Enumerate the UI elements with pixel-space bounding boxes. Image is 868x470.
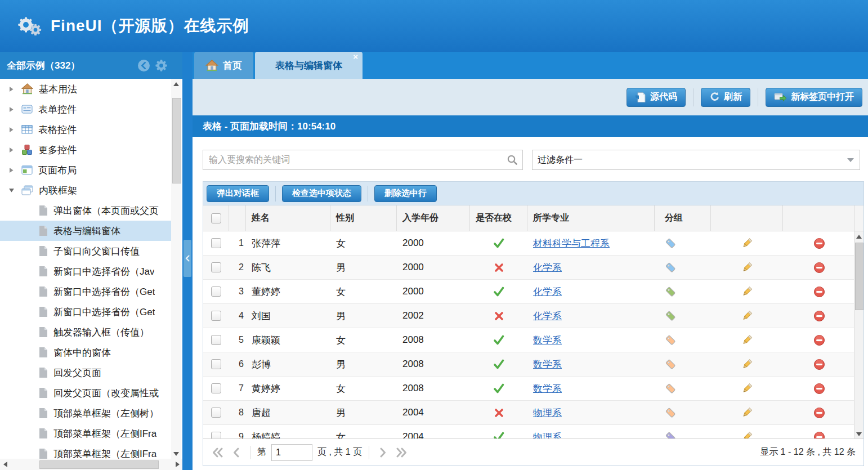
sidebar-splitter[interactable] [182, 52, 193, 470]
source-code-button[interactable]: 源代码 [627, 88, 686, 107]
scroll-down-icon[interactable] [854, 429, 863, 439]
major-link[interactable]: 材料科学与工程系 [533, 237, 610, 250]
row-select-cell[interactable] [203, 280, 229, 303]
tree-item[interactable]: 表单控件 [0, 99, 171, 119]
tag-icon[interactable] [655, 256, 711, 279]
tree-item[interactable]: 回发父页面（改变属性或 [0, 383, 171, 403]
delete-icon[interactable] [783, 304, 855, 328]
tag-icon[interactable] [655, 352, 711, 376]
select-all-checkbox[interactable] [211, 213, 221, 223]
tag-icon[interactable] [655, 328, 711, 352]
delete-icon[interactable] [783, 377, 855, 400]
row-checkbox[interactable] [211, 408, 221, 418]
last-page-button[interactable] [395, 446, 408, 459]
tag-icon[interactable] [655, 231, 711, 255]
delete-icon[interactable] [783, 231, 855, 255]
major-link[interactable]: 化学系 [533, 285, 562, 298]
tree-item[interactable]: 弹出窗体（本页面或父页 [0, 200, 171, 221]
tab[interactable]: 表格与编辑窗体× [255, 52, 363, 79]
scroll-down-icon[interactable] [171, 449, 181, 459]
scroll-left-icon[interactable] [0, 459, 10, 470]
tag-icon[interactable] [655, 280, 711, 303]
major-link[interactable]: 数学系 [533, 358, 562, 371]
sidebar-hscroll-thumb[interactable] [39, 460, 159, 469]
tree-expand-arrow-icon[interactable] [8, 127, 15, 133]
row-checkbox[interactable] [211, 383, 221, 393]
major-link[interactable]: 数学系 [533, 334, 562, 347]
tree-item[interactable]: 表格控件 [0, 119, 171, 140]
major-link[interactable]: 物理系 [533, 406, 562, 419]
major-link[interactable]: 化学系 [533, 310, 562, 323]
refresh-button[interactable]: 刷新 [701, 88, 750, 107]
tree-expand-arrow-icon[interactable] [8, 167, 15, 173]
tag-icon[interactable] [655, 425, 711, 439]
row-select-cell[interactable] [203, 304, 229, 328]
tree-expand-arrow-icon[interactable] [8, 106, 15, 113]
tag-icon[interactable] [655, 304, 711, 328]
grid-action-button[interactable]: 弹出对话框 [207, 185, 269, 202]
scroll-up-icon[interactable] [171, 79, 181, 89]
tab[interactable]: 首页 [194, 52, 253, 79]
table-vertical-scrollbar[interactable] [854, 231, 863, 439]
search-icon[interactable] [507, 154, 518, 168]
row-select-cell[interactable] [203, 377, 229, 400]
row-checkbox[interactable] [211, 262, 221, 272]
delete-icon[interactable] [783, 401, 855, 424]
tree-item[interactable]: 顶部菜单框架（左侧树） [0, 403, 171, 423]
edit-pencil-icon[interactable] [711, 401, 783, 424]
delete-icon[interactable] [783, 328, 855, 352]
tree-item[interactable]: 新窗口中选择省份（Get [0, 281, 171, 302]
tag-icon[interactable] [655, 377, 711, 400]
filter-dropdown[interactable]: 过滤条件一 [532, 150, 860, 170]
row-select-cell[interactable] [203, 328, 229, 352]
tree-expand-arrow-icon[interactable] [8, 147, 15, 153]
tree-expand-arrow-icon[interactable] [8, 86, 15, 92]
tag-icon[interactable] [655, 401, 711, 424]
row-checkbox[interactable] [211, 359, 221, 369]
tree-item[interactable]: 回发父页面 [0, 362, 171, 383]
open-new-tab-button[interactable]: 新标签页中打开 [766, 88, 862, 107]
search-input[interactable] [208, 150, 503, 169]
tree-item[interactable]: 新窗口中选择省份（Get [0, 302, 171, 322]
row-select-cell[interactable] [203, 256, 229, 279]
select-all-header-cell[interactable] [203, 205, 229, 231]
major-link[interactable]: 数学系 [533, 382, 562, 395]
sidebar-horizontal-scrollbar[interactable] [0, 459, 182, 470]
tree-item[interactable]: 触发器输入框（传值） [0, 322, 171, 342]
table-vscroll-thumb[interactable] [855, 243, 863, 310]
major-link[interactable]: 化学系 [533, 261, 562, 274]
prev-page-button[interactable] [230, 446, 243, 459]
first-page-button[interactable] [211, 446, 225, 459]
row-checkbox[interactable] [211, 238, 221, 248]
edit-pencil-icon[interactable] [711, 377, 783, 400]
splitter-collapse-handle[interactable] [184, 240, 191, 277]
scroll-up-icon[interactable] [854, 231, 863, 241]
tree-item[interactable]: 基本用法 [0, 79, 171, 99]
tree-collapse-arrow-icon[interactable] [8, 187, 15, 193]
tree-item[interactable]: 顶部菜单框架（左侧IFra [0, 423, 171, 444]
edit-pencil-icon[interactable] [711, 352, 783, 376]
edit-pencil-icon[interactable] [711, 231, 783, 255]
sidebar-vscroll-thumb[interactable] [172, 98, 181, 183]
sidebar-collapse-icon[interactable] [137, 59, 150, 72]
tree-item[interactable]: 子窗口向父窗口传值 [0, 241, 171, 261]
tree-item[interactable]: 新窗口中选择省份（Jav [0, 261, 171, 281]
major-link[interactable]: 物理系 [533, 431, 562, 440]
next-page-button[interactable] [376, 446, 390, 459]
row-select-cell[interactable] [203, 231, 229, 255]
page-number-input[interactable] [271, 444, 312, 461]
row-select-cell[interactable] [203, 425, 229, 439]
grid-action-button[interactable]: 检查选中项状态 [282, 185, 361, 202]
sidebar-vertical-scrollbar[interactable] [171, 79, 181, 459]
close-tab-icon[interactable]: × [353, 53, 358, 61]
tree-item[interactable]: 更多控件 [0, 140, 171, 160]
grid-action-button[interactable]: 删除选中行 [374, 185, 437, 202]
tree-item[interactable]: 顶部菜单框架（左侧IFra [0, 444, 171, 459]
delete-icon[interactable] [783, 280, 855, 303]
delete-icon[interactable] [783, 352, 855, 376]
row-checkbox[interactable] [211, 335, 221, 345]
row-select-cell[interactable] [203, 352, 229, 376]
delete-icon[interactable] [783, 256, 855, 279]
delete-icon[interactable] [783, 425, 855, 439]
scroll-right-icon[interactable] [172, 459, 182, 470]
